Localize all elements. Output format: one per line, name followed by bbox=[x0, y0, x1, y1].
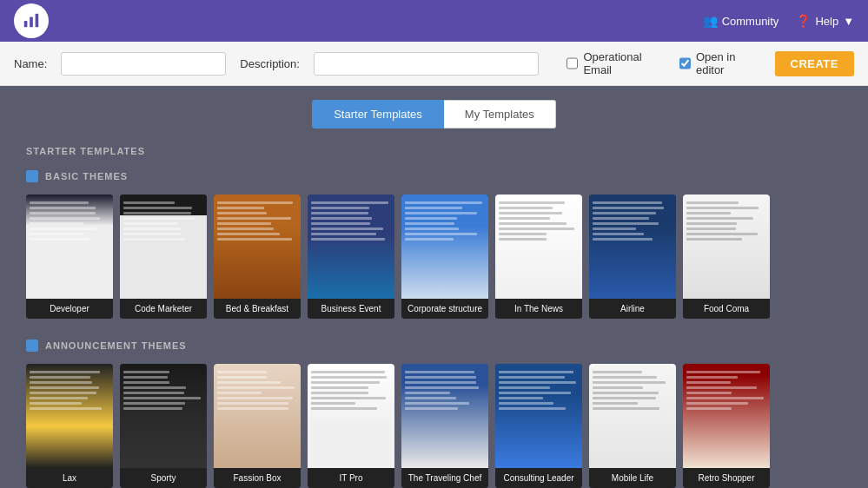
description-label: Description: bbox=[240, 57, 300, 70]
name-input[interactable] bbox=[61, 52, 226, 76]
template-card-mobile[interactable]: 🔍 PreviewMobile Life bbox=[589, 364, 676, 488]
open-in-editor-group: Open in editor bbox=[679, 50, 761, 76]
template-label-retro: Retro Shopper bbox=[683, 468, 770, 488]
template-card-consulting[interactable]: 🔍 PreviewConsulting Leader bbox=[495, 364, 582, 488]
tab-my[interactable]: My Templates bbox=[444, 100, 556, 129]
template-thumb-bnb: 🔍 Preview bbox=[214, 195, 301, 299]
template-card-airline[interactable]: 🔍 PreviewAirline bbox=[589, 195, 676, 319]
operational-email-checkbox[interactable] bbox=[567, 57, 578, 69]
logo bbox=[14, 3, 49, 38]
template-label-bnb: Bed & Breakfast bbox=[214, 299, 301, 319]
template-thumb-foodcoma: 🔍 Preview bbox=[683, 195, 770, 299]
template-thumb-itpro: 🔍 Preview bbox=[308, 364, 394, 468]
template-label-lax: Lax bbox=[26, 468, 113, 488]
basic-themes-icon bbox=[26, 170, 38, 182]
template-thumb-corporate: 🔍 Preview bbox=[401, 195, 488, 299]
announcement-themes-label: Announcement Themes bbox=[26, 340, 842, 352]
svg-rect-0 bbox=[24, 21, 28, 27]
template-card-fassion[interactable]: 🔍 PreviewFassion Box bbox=[214, 364, 301, 488]
template-thumb-consulting: 🔍 Preview bbox=[495, 364, 582, 468]
template-card-sporty[interactable]: 🔍 PreviewSporty bbox=[120, 364, 207, 488]
announcement-themes-grid: 🔍 PreviewLax🔍 PreviewSporty🔍 PreviewFass… bbox=[26, 364, 842, 488]
tab-starter[interactable]: Starter Templates bbox=[312, 100, 444, 129]
name-label: Name: bbox=[14, 57, 47, 70]
template-thumb-lax: 🔍 Preview bbox=[26, 364, 113, 468]
description-input[interactable] bbox=[314, 52, 539, 76]
template-label-consulting: Consulting Leader bbox=[495, 468, 582, 488]
template-card-lax[interactable]: 🔍 PreviewLax bbox=[26, 364, 113, 488]
header-nav: 👥 Community ❓ Help ▼ bbox=[703, 14, 854, 28]
main-content: Starter Templates My Templates STARTER T… bbox=[0, 86, 868, 488]
template-label-business: Business Event bbox=[308, 299, 394, 319]
help-chevron-icon: ▼ bbox=[843, 15, 854, 28]
template-label-mobile: Mobile Life bbox=[589, 468, 676, 488]
page-title: STARTER TEMPLATES bbox=[26, 146, 842, 156]
template-card-itpro[interactable]: 🔍 PreviewIT Pro bbox=[308, 364, 394, 488]
template-thumb-codemarketer: 🔍 Preview bbox=[120, 195, 207, 299]
template-card-developer[interactable]: 🔍 PreviewDeveloper bbox=[26, 195, 113, 319]
template-thumb-business: 🔍 Preview bbox=[308, 195, 394, 299]
svg-rect-2 bbox=[36, 14, 39, 28]
template-label-inthenews: In The News bbox=[495, 299, 582, 319]
template-thumb-inthenews: 🔍 Preview bbox=[495, 195, 582, 299]
template-card-retro[interactable]: 🔍 PreviewRetro Shopper bbox=[683, 364, 770, 488]
operational-email-label: Operational Email bbox=[583, 50, 666, 76]
template-label-fassion: Fassion Box bbox=[214, 468, 301, 488]
template-label-codemarketer: Code Marketer bbox=[120, 299, 207, 319]
template-thumb-mobile: 🔍 Preview bbox=[589, 364, 676, 468]
community-nav-item[interactable]: 👥 Community bbox=[703, 14, 779, 28]
template-thumb-sporty: 🔍 Preview bbox=[120, 364, 207, 468]
template-card-codemarketer[interactable]: 🔍 PreviewCode Marketer bbox=[120, 195, 207, 319]
template-card-inthenews[interactable]: 🔍 PreviewIn The News bbox=[495, 195, 582, 319]
template-thumb-retro: 🔍 Preview bbox=[683, 364, 770, 468]
template-card-travelchef[interactable]: 🔍 PreviewThe Traveling Chef bbox=[401, 364, 488, 488]
template-label-sporty: Sporty bbox=[120, 468, 207, 488]
template-thumb-airline: 🔍 Preview bbox=[589, 195, 676, 299]
community-label: Community bbox=[722, 15, 779, 28]
template-card-business[interactable]: 🔍 PreviewBusiness Event bbox=[308, 195, 394, 319]
template-label-travelchef: The Traveling Chef bbox=[401, 468, 488, 488]
svg-rect-1 bbox=[30, 16, 33, 27]
open-in-editor-label: Open in editor bbox=[696, 50, 761, 76]
template-thumb-fassion: 🔍 Preview bbox=[214, 364, 301, 468]
help-label: Help bbox=[815, 15, 838, 28]
header: 👥 Community ❓ Help ▼ bbox=[0, 0, 868, 42]
open-in-editor-checkbox[interactable] bbox=[679, 57, 691, 69]
operational-email-group: Operational Email bbox=[567, 50, 666, 76]
basic-themes-label: Basic Themes bbox=[26, 170, 842, 182]
toolbar: Name: Description: Operational Email Ope… bbox=[0, 42, 868, 86]
help-nav-item[interactable]: ❓ Help ▼ bbox=[796, 14, 854, 28]
announcement-themes-icon bbox=[26, 340, 38, 352]
create-button[interactable]: CREATE bbox=[775, 51, 854, 76]
template-thumb-developer: 🔍 Preview bbox=[26, 195, 113, 299]
help-icon: ❓ bbox=[796, 14, 811, 28]
template-card-foodcoma[interactable]: 🔍 PreviewFood Coma bbox=[683, 195, 770, 319]
template-label-foodcoma: Food Coma bbox=[683, 299, 770, 319]
template-label-itpro: IT Pro bbox=[308, 468, 394, 488]
page-title-text: STARTER TEMPLATES bbox=[26, 146, 145, 156]
template-card-corporate[interactable]: 🔍 PreviewCorporate structure bbox=[401, 195, 488, 319]
template-thumb-travelchef: 🔍 Preview bbox=[401, 364, 488, 468]
tabs: Starter Templates My Templates bbox=[26, 100, 842, 129]
community-icon: 👥 bbox=[703, 14, 718, 28]
basic-themes-grid: 🔍 PreviewDeveloper🔍 PreviewCode Marketer… bbox=[26, 195, 842, 319]
template-card-bnb[interactable]: 🔍 PreviewBed & Breakfast bbox=[214, 195, 301, 319]
template-label-corporate: Corporate structure bbox=[401, 299, 488, 319]
template-label-airline: Airline bbox=[589, 299, 676, 319]
template-label-developer: Developer bbox=[26, 299, 113, 319]
